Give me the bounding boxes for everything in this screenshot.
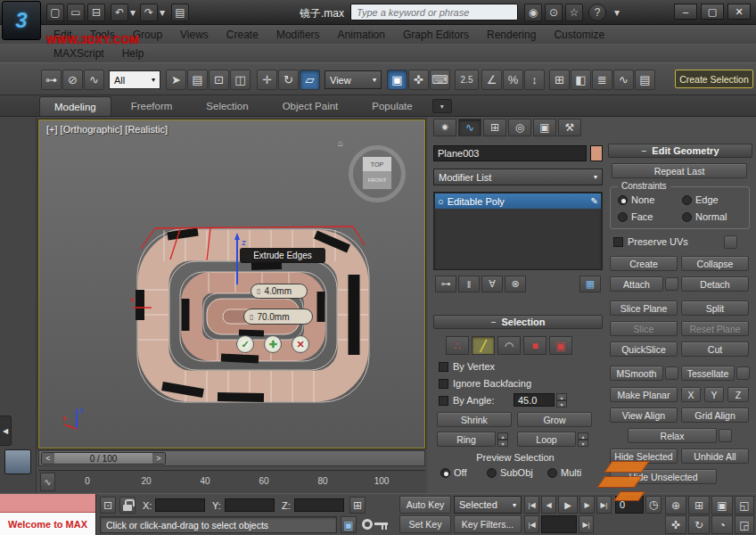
motion-tab-icon[interactable]: ◎ xyxy=(508,119,531,136)
preserve-uvs-checkbox[interactable]: Preserve UVs xyxy=(613,236,688,247)
curve-editor-icon[interactable]: ∿ xyxy=(613,70,634,90)
orbit-icon[interactable]: ↻ xyxy=(688,515,710,534)
percent-snap-icon[interactable]: % xyxy=(503,70,523,90)
checkbox-box[interactable] xyxy=(613,237,623,247)
vertex-mode-icon[interactable]: ∴ xyxy=(446,336,469,355)
project-folder-icon[interactable]: ▤ xyxy=(171,4,189,21)
preserve-uvs-settings-button[interactable] xyxy=(724,235,737,249)
preview-multi-radio[interactable]: Multi xyxy=(547,467,581,478)
tab-selection[interactable]: Selection xyxy=(192,96,262,116)
remove-modifier-icon[interactable]: ⊗ xyxy=(505,276,526,292)
visibility-bulb-icon[interactable]: ○ xyxy=(438,196,444,207)
checkbox-box[interactable] xyxy=(439,362,448,372)
notification-icon[interactable]: ▣ xyxy=(341,516,357,533)
ring-button[interactable]: Ring xyxy=(437,432,496,447)
field-of-view-icon[interactable]: ◔ xyxy=(711,515,733,534)
panel-collapse-arrow-icon[interactable]: ◀ xyxy=(0,416,12,446)
tab-object-paint[interactable]: Object Paint xyxy=(268,96,353,116)
planar-y-button[interactable]: Y xyxy=(704,387,724,402)
hide-unselected-button[interactable]: Hide Unselected xyxy=(610,469,717,484)
stack-item-editable-poly[interactable]: ○ Editable Poly ✎ xyxy=(435,193,601,209)
menu-create[interactable]: Create xyxy=(218,25,267,44)
x-coordinate-field[interactable] xyxy=(155,498,205,512)
create-button[interactable]: Create xyxy=(610,256,678,271)
select-and-move-icon[interactable]: ✛ xyxy=(257,70,277,90)
mini-curve-editor-icon[interactable]: ∿ xyxy=(40,473,55,491)
caddy-ok-button[interactable]: ✓ xyxy=(236,335,254,353)
previous-key-icon[interactable]: |◀ xyxy=(524,515,539,533)
bind-to-space-warp-icon[interactable]: ∿ xyxy=(84,70,104,90)
time-slider-track[interactable]: < 0 / 100 > xyxy=(38,450,425,466)
spin-down-icon[interactable]: ▾ xyxy=(578,440,588,447)
tessellate-settings-button[interactable] xyxy=(736,366,750,380)
radio-dot[interactable] xyxy=(682,195,692,205)
next-frame-icon[interactable]: > xyxy=(152,453,165,464)
search-icon[interactable]: ⊙ xyxy=(545,4,563,21)
caddy-apply-button[interactable]: ✚ xyxy=(264,335,282,353)
maximize-button[interactable]: ▢ xyxy=(701,4,724,20)
zoom-icon[interactable]: ⊕ xyxy=(665,496,686,514)
collapse-button[interactable]: Collapse xyxy=(681,256,749,271)
display-tab-icon[interactable]: ▣ xyxy=(533,119,556,136)
key-mode-dropdown[interactable]: Selected ▾ xyxy=(454,496,522,514)
ribbon-minimize-icon[interactable]: ▾ xyxy=(432,99,452,113)
radio-dot[interactable] xyxy=(618,212,628,222)
current-frame-field[interactable]: 0 xyxy=(615,496,644,514)
y-coordinate-field[interactable] xyxy=(225,498,275,512)
spin-down-icon[interactable]: ▾ xyxy=(497,440,508,447)
split-button[interactable]: Split xyxy=(681,300,749,316)
set-key-mode-icon[interactable] xyxy=(362,517,392,533)
mirror-icon[interactable]: ◧ xyxy=(571,70,591,90)
radio-dot[interactable] xyxy=(487,468,497,478)
redo-dropdown-icon[interactable]: ▾ xyxy=(158,4,167,21)
spinner-snap-icon[interactable]: ↕ xyxy=(524,70,545,90)
tab-modeling[interactable]: Modeling xyxy=(39,96,111,116)
tab-freeform[interactable]: Freeform xyxy=(117,96,187,116)
search-input[interactable] xyxy=(350,4,518,21)
loop-button[interactable]: Loop xyxy=(517,432,576,447)
show-end-result-icon[interactable]: ‖ xyxy=(458,276,480,292)
time-slider-handle[interactable]: < 0 / 100 > xyxy=(41,452,166,465)
attach-button[interactable]: Attach xyxy=(610,276,663,292)
select-and-manipulate-icon[interactable]: ✜ xyxy=(408,70,429,90)
next-frame-icon[interactable]: ▶ xyxy=(579,496,595,514)
app-logo-icon[interactable]: 3 xyxy=(2,1,41,40)
view-align-button[interactable]: View Align xyxy=(610,407,678,423)
viewport[interactable]: [+] [Orthographic] [Realistic] ⌂ TOP FRO… xyxy=(38,119,425,449)
key-filters-button[interactable]: Key Filters... xyxy=(454,515,522,533)
caddy-drag-icon[interactable]: ▯ xyxy=(257,287,260,295)
maxscript-mini-listener[interactable]: Welcome to MAX xyxy=(0,494,96,535)
select-object-icon[interactable]: ➤ xyxy=(166,70,186,90)
loop-spinner[interactable]: ▴▾ xyxy=(578,432,588,447)
redo-icon[interactable]: ↷ xyxy=(140,4,158,21)
favorites-star-icon[interactable]: ☆ xyxy=(565,4,583,21)
object-name-field[interactable]: Plane003 xyxy=(433,145,587,161)
by-angle-checkbox[interactable]: By Angle: xyxy=(439,395,494,406)
undo-dropdown-icon[interactable]: ▾ xyxy=(128,4,137,21)
tab-populate[interactable]: Populate xyxy=(357,96,426,116)
track-bar[interactable]: ∿ 0 20 40 60 80 100 xyxy=(38,470,425,493)
constraint-normal-radio[interactable]: Normal xyxy=(682,211,727,222)
constraint-edge-radio[interactable]: Edge xyxy=(682,194,719,205)
key-step-field[interactable] xyxy=(541,515,577,533)
zoom-region-icon[interactable]: ◱ xyxy=(735,496,754,514)
radio-dot[interactable] xyxy=(547,468,557,478)
minimize-button[interactable]: – xyxy=(674,4,697,20)
utilities-tab-icon[interactable]: ⚒ xyxy=(558,119,581,136)
new-scene-icon[interactable]: ▢ xyxy=(46,4,64,21)
pin-stack-icon[interactable]: ⊶ xyxy=(435,276,456,292)
play-animation-icon[interactable]: ▶ xyxy=(558,496,578,514)
make-unique-icon[interactable]: ∀ xyxy=(481,276,503,292)
tessellate-button[interactable]: Tessellate xyxy=(681,366,735,381)
create-tab-icon[interactable]: ✷ xyxy=(433,119,456,136)
planar-x-button[interactable]: X xyxy=(681,387,701,402)
constraint-none-radio[interactable]: None xyxy=(618,194,654,205)
hide-selected-button[interactable]: Hide Selected xyxy=(610,449,678,464)
repeat-last-button[interactable]: Repeat Last xyxy=(612,163,747,178)
zoom-all-icon[interactable]: ⊞ xyxy=(688,496,710,514)
checkbox-box[interactable] xyxy=(439,379,448,389)
msmooth-button[interactable]: MSmooth xyxy=(610,366,663,381)
caddy-width-field[interactable]: ▯ 70.0mm xyxy=(243,309,313,325)
viewcube-cube[interactable]: TOP FRONT xyxy=(362,156,392,190)
zoom-extents-icon[interactable]: ▣ xyxy=(711,496,733,514)
